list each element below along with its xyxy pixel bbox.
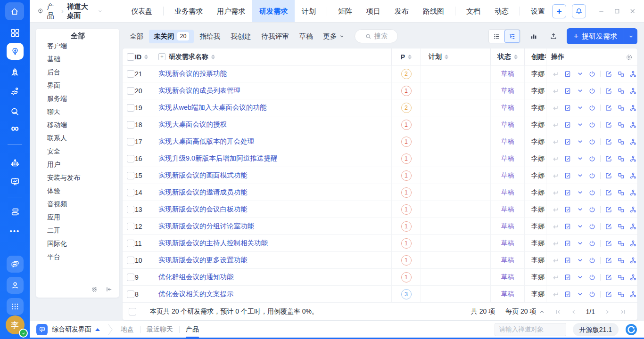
split-task-icon[interactable] (629, 290, 637, 299)
row-checkbox[interactable] (127, 189, 134, 196)
subdivide-icon[interactable] (617, 256, 625, 265)
rail-item-bi[interactable] (0, 176, 30, 187)
chevron-down-icon[interactable] (98, 8, 102, 14)
filter-tab[interactable]: 草稿 (294, 30, 317, 43)
chevron-down-icon[interactable] (576, 290, 584, 299)
nav-tab[interactable]: 文档 (459, 0, 487, 22)
module-item[interactable]: 二开 (47, 224, 119, 237)
split-task-icon[interactable] (629, 239, 637, 248)
window-close-button[interactable] (629, 8, 636, 14)
edit-icon[interactable] (604, 104, 613, 112)
review-icon[interactable] (563, 188, 572, 197)
chevron-down-icon[interactable] (576, 121, 584, 129)
rail-item-devops[interactable]: ∞ (0, 123, 30, 133)
module-item[interactable]: 安装与发布 (47, 171, 119, 184)
workspace-menu-caret[interactable] (95, 328, 100, 331)
module-item[interactable]: 应用 (47, 210, 119, 224)
subdivide-icon[interactable] (617, 290, 625, 299)
story-link[interactable]: 实现大桌面高低版本的开会处理 (158, 137, 254, 146)
module-item[interactable]: 界面 (47, 79, 119, 92)
split-task-icon[interactable] (629, 171, 637, 180)
nav-tab[interactable]: 研发需求 (252, 0, 295, 22)
change-icon[interactable] (551, 290, 560, 299)
change-icon[interactable] (551, 188, 560, 197)
next-page-button[interactable] (604, 309, 611, 315)
split-task-icon[interactable] (629, 188, 637, 197)
close-story-icon[interactable] (588, 70, 596, 78)
close-story-icon[interactable] (588, 188, 596, 197)
row-checkbox[interactable] (127, 155, 134, 162)
story-link[interactable]: 实现大桌面会议的授权 (158, 120, 227, 129)
rail-item-qa[interactable] (0, 106, 30, 117)
module-item[interactable]: 平台 (47, 250, 119, 263)
story-link[interactable]: 实现从web端加入大桌面会议的功能 (158, 103, 267, 112)
review-icon[interactable] (563, 137, 572, 146)
chevron-down-icon[interactable] (576, 171, 584, 180)
review-icon[interactable] (563, 121, 572, 129)
rail-item-docs[interactable] (0, 206, 30, 218)
create-story-dropdown[interactable] (624, 28, 637, 44)
filter-tab[interactable]: 待我评审 (256, 30, 293, 43)
nav-tab[interactable]: 业务需求 (167, 0, 210, 22)
change-icon[interactable] (551, 273, 560, 282)
row-checkbox[interactable] (127, 240, 134, 247)
global-search-input[interactable] (495, 326, 586, 333)
footer-checkbox[interactable] (129, 308, 136, 315)
story-link[interactable]: 实现新会议的投票功能 (158, 69, 227, 78)
panel-settings-icon[interactable] (91, 286, 98, 293)
close-story-icon[interactable] (588, 137, 596, 146)
column-settings-icon[interactable] (626, 54, 633, 61)
prev-page-button[interactable] (570, 309, 577, 315)
story-link[interactable]: 实现升级9.0新版本后增加阿道推送提醒 (158, 154, 277, 163)
expand-all-icon[interactable] (158, 53, 165, 60)
close-story-icon[interactable] (588, 171, 596, 180)
review-icon[interactable] (563, 70, 572, 78)
rail-item-apps[interactable] (0, 27, 30, 39)
subdivide-icon[interactable] (617, 171, 625, 180)
split-task-icon[interactable] (629, 87, 637, 95)
module-item[interactable]: 国际化 (47, 237, 119, 250)
breadcrumb[interactable]: 产品 › 禅道大桌面 (30, 2, 102, 20)
review-icon[interactable] (563, 273, 572, 282)
subdivide-icon[interactable] (617, 154, 625, 163)
row-checkbox[interactable] (127, 104, 134, 112)
review-icon[interactable] (563, 290, 572, 299)
split-task-icon[interactable] (629, 205, 637, 214)
story-link[interactable]: 实现新版会议的会议白板功能 (158, 205, 248, 214)
change-icon[interactable] (551, 121, 560, 129)
subdivide-icon[interactable] (617, 70, 625, 78)
tree-view-button[interactable] (504, 30, 520, 43)
last-page-button[interactable] (620, 309, 626, 315)
search-trigger[interactable]: 搜索 (355, 29, 398, 43)
col-priority[interactable]: P (391, 48, 421, 65)
module-item[interactable]: 服务端 (47, 92, 119, 105)
rail-item-launcher[interactable] (0, 298, 30, 315)
row-checkbox[interactable] (127, 138, 134, 145)
rail-item-chat[interactable] (0, 256, 30, 273)
subdivide-icon[interactable] (617, 205, 625, 214)
story-link[interactable]: 实现新版会议的画面模式功能 (158, 171, 248, 180)
chevron-down-icon[interactable] (576, 137, 584, 146)
change-icon[interactable] (551, 154, 560, 163)
chevron-down-icon[interactable] (576, 239, 584, 248)
subdivide-icon[interactable] (617, 188, 625, 197)
chevron-down-icon[interactable] (576, 87, 584, 95)
change-icon[interactable] (551, 137, 560, 146)
edit-icon[interactable] (604, 121, 613, 129)
chevron-down-icon[interactable] (576, 154, 584, 163)
version-badge[interactable]: 开源版21.1 (573, 323, 619, 336)
col-id[interactable]: ID (135, 48, 157, 65)
change-icon[interactable] (551, 171, 560, 180)
window-minimize-button[interactable] (598, 8, 604, 14)
rail-item-product[interactable] (0, 43, 30, 60)
edit-icon[interactable] (604, 87, 613, 95)
subdivide-icon[interactable] (617, 104, 625, 112)
subdivide-icon[interactable] (617, 222, 625, 231)
review-icon[interactable] (563, 104, 572, 112)
chevron-down-icon[interactable] (576, 256, 584, 265)
filter-tab[interactable]: 未关闭 20 (149, 30, 194, 43)
nav-tab[interactable]: 矩阵 (331, 0, 359, 22)
row-checkbox[interactable] (127, 121, 134, 129)
filter-tab[interactable]: 更多 (318, 30, 349, 43)
edit-icon[interactable] (604, 70, 613, 78)
